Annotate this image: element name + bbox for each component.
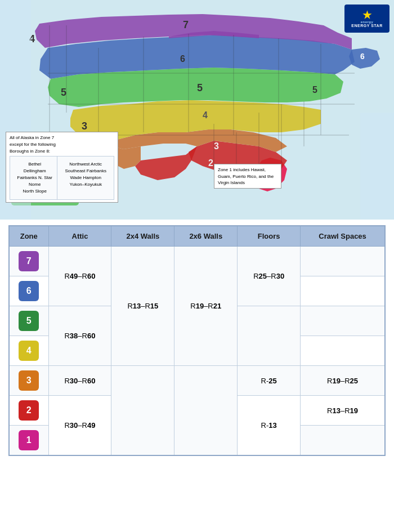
floors-cell-5-4 <box>238 306 301 366</box>
attic-cell-3: R30–R60 <box>48 366 111 396</box>
zone1-note-text: Zone 1 includes Hawaii, Guam, Puerto Ric… <box>218 167 274 185</box>
attic-value-2: R30–R49 <box>64 421 95 430</box>
zone-badge-3: 3 <box>19 370 39 391</box>
col-header-attic: Attic <box>48 226 111 247</box>
zone-label-5-west: 5 <box>61 87 66 98</box>
zone-badge-4: 4 <box>19 341 39 361</box>
map-section: 4 5 3 2 7 6 5 4 3 2 6 2 1 5 All of Alask… <box>0 0 394 220</box>
insulation-table: Zone Attic 2x4 Walls 2x6 Walls Floors Cr… <box>8 225 386 456</box>
zone-cell-7: 7 <box>9 247 48 276</box>
zone-cell-3: 3 <box>9 366 48 396</box>
alaska-note-line3: Boroughs in Zone 8: <box>10 149 50 154</box>
zone-label-5-east: 5 <box>312 85 317 95</box>
crawl-cell-7 <box>301 247 385 276</box>
attic-value-7: R49–R60 <box>64 272 95 280</box>
zone-badge-2: 2 <box>19 400 39 421</box>
floors-value-2: R-13 <box>261 421 277 430</box>
col-header-crawl-spaces: Crawl Spaces <box>301 226 385 247</box>
zone-cell-6: 6 <box>9 276 48 306</box>
walls-2x4-empty <box>111 366 174 456</box>
col-header-walls-2x6: 2x6 Walls <box>174 226 238 247</box>
walls-2x6-cell-7-4: R19–R21 <box>174 247 238 366</box>
crawl-value-2: R13–R19 <box>327 406 358 415</box>
col-header-zone: Zone <box>9 226 48 247</box>
svg-rect-33 <box>360 113 394 220</box>
zone-label-3-west: 3 <box>82 120 87 132</box>
crawl-cell-5 <box>301 306 385 336</box>
crawl-cell-4 <box>301 336 385 366</box>
crawl-value-3: R19–R25 <box>327 377 358 385</box>
zone-cell-2: 2 <box>9 396 48 426</box>
attic-value-3: R30–R60 <box>64 377 95 385</box>
attic-cell-5-4: R38–R60 <box>48 306 111 366</box>
attic-cell-2-1: R30–R49 <box>48 396 111 456</box>
alaska-note: All of Alaska in Zone 7 except for the f… <box>6 132 118 203</box>
table-row-zone7: 7 R49–R60 R13–R15 R19–R21 R25–R30 <box>9 247 385 276</box>
zone-label-4: 4 <box>203 110 208 120</box>
walls-2x6-value: R19–R21 <box>190 302 221 310</box>
zone-label-2: 2 <box>208 158 213 168</box>
zone-label-5: 5 <box>197 82 203 93</box>
zone-cell-5: 5 <box>9 306 48 336</box>
floors-value-3: R-25 <box>261 377 277 385</box>
alaska-note-line1: All of Alaska in Zone 7 <box>10 135 54 140</box>
energy-star-label: ENERGY STAR <box>351 24 382 28</box>
walls-2x4-value: R13–R15 <box>127 302 158 310</box>
attic-cell-7-6: R49–R60 <box>48 247 111 306</box>
insulation-table-section: Zone Attic 2x4 Walls 2x6 Walls Floors Cr… <box>0 220 394 467</box>
energy-star-icon: ★ <box>362 10 372 20</box>
zone-label-3: 3 <box>214 141 219 151</box>
zone-badge-5: 5 <box>19 311 39 331</box>
zone-label-7: 7 <box>183 19 189 30</box>
zone-badge-6: 6 <box>19 281 39 301</box>
floors-cell-2-1: R-13 <box>238 396 301 456</box>
crawl-cell-2: R13–R19 <box>301 396 385 426</box>
zone-cell-4: 4 <box>9 336 48 366</box>
zone-badge-1: 1 <box>19 430 39 450</box>
crawl-cell-3: R19–R25 <box>301 366 385 396</box>
zone1-note: Zone 1 includes Hawaii, Guam, Puerto Ric… <box>214 164 281 189</box>
alaska-note-line2: except for the following <box>10 142 56 147</box>
zone-badge-7: 7 <box>19 251 39 271</box>
floors-cell-7-6: R25–R30 <box>238 247 301 306</box>
floors-cell-3: R-25 <box>238 366 301 396</box>
crawl-cell-1 <box>301 426 385 456</box>
energy-star-logo: ★ energy ENERGY STAR <box>344 5 389 33</box>
col-header-walls-2x4: 2x4 Walls <box>111 226 174 247</box>
zone-label-6: 6 <box>180 54 185 64</box>
walls-2x4-cell-7-4: R13–R15 <box>111 247 174 366</box>
zone-cell-1: 1 <box>9 426 48 456</box>
floors-value-7-6: R25–R30 <box>253 272 284 280</box>
attic-value-5: R38–R60 <box>64 332 95 340</box>
col-header-floors: Floors <box>238 226 301 247</box>
zone-label-6-ne: 6 <box>360 52 365 61</box>
table-row-zone3: 3 R30–R60 R-25 R19–R25 <box>9 366 385 396</box>
crawl-cell-6 <box>301 276 385 306</box>
walls-2x6-empty <box>174 366 238 456</box>
